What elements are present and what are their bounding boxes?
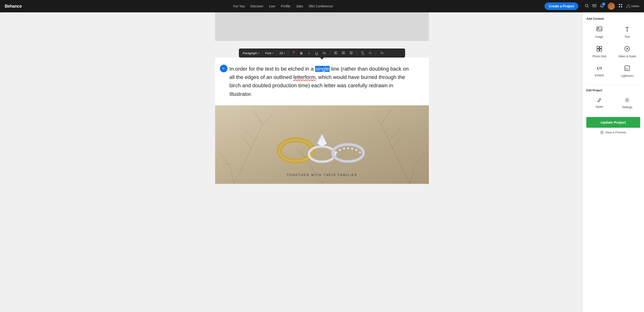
svg-line-24 <box>220 153 230 165</box>
text-content-area: ✏ In order for the text to be etched in … <box>215 58 429 105</box>
sidebar-item-image[interactable]: Image <box>586 24 612 41</box>
unlink-button[interactable] <box>367 51 373 55</box>
top-image-placeholder <box>215 12 429 41</box>
lightroom-icon: Lr <box>624 66 630 72</box>
text-label: Text <box>624 35 630 39</box>
body-text[interactable]: In order for the text to be etched in a … <box>230 65 414 98</box>
svg-rect-5 <box>619 6 620 7</box>
svg-rect-3 <box>619 4 620 5</box>
photo-caption: Together With Their Families <box>286 173 357 177</box>
svg-rect-54 <box>597 27 602 31</box>
adobe-logo: Adobe <box>626 5 639 8</box>
photo-section: Together With Their Families <box>215 105 429 184</box>
align-right-button[interactable] <box>348 51 354 55</box>
svg-point-69 <box>626 99 628 101</box>
gear-icon <box>625 98 630 104</box>
add-content-title: Add Content <box>586 17 640 21</box>
settings-label: Settings <box>622 106 632 109</box>
sidebar: Add Content Image <box>582 12 644 312</box>
photo-grid-label: Photo Grid <box>592 55 606 58</box>
nav-link-live[interactable]: Live <box>269 4 275 8</box>
svg-point-49 <box>343 148 345 149</box>
svg-line-25 <box>222 163 230 165</box>
edit-project-title: Edit Project <box>586 89 640 92</box>
nav-icons: 3 Adobe <box>585 3 639 10</box>
font-size-selector[interactable]: 23 ▾ <box>280 51 285 55</box>
view-preview-link[interactable]: View a Preview <box>586 130 640 134</box>
svg-line-17 <box>234 124 263 184</box>
svg-rect-6 <box>621 6 622 7</box>
link-button[interactable] <box>360 51 366 55</box>
add-content-grid: Image Text <box>586 24 640 80</box>
svg-line-19 <box>263 115 272 124</box>
font-select[interactable]: Font ▾ <box>265 51 274 55</box>
user-avatar[interactable] <box>608 3 615 10</box>
svg-line-23 <box>230 165 234 184</box>
svg-text:Lr: Lr <box>626 67 628 70</box>
sidebar-item-settings[interactable]: Settings <box>614 95 640 111</box>
edit-project-grid: Styles Settings <box>586 95 640 111</box>
highlighted-word: single <box>315 66 330 72</box>
nav-links: For You Discover Live Profile Jobs 99U C… <box>28 4 538 8</box>
nav-link-jobs[interactable]: Jobs <box>296 4 303 8</box>
text-transform-button[interactable]: TA <box>321 51 327 55</box>
svg-point-51 <box>351 148 353 149</box>
svg-rect-59 <box>597 46 599 49</box>
svg-rect-61 <box>597 49 599 51</box>
lightroom-label: Lightroom <box>621 74 634 78</box>
svg-line-27 <box>381 110 391 124</box>
edit-pencil-button[interactable]: ✏ <box>220 65 228 72</box>
text-formatting-toolbar: Paragraph ▾ Font ▾ 23 ▾ T B <box>239 49 405 58</box>
image-icon <box>596 27 602 33</box>
text-before-highlight: In order for the text to be etched in a <box>230 66 315 72</box>
sidebar-item-photo-grid[interactable]: Photo Grid <box>586 44 612 60</box>
sidebar-item-video-audio[interactable]: Video & Audio <box>614 44 640 60</box>
svg-line-31 <box>410 165 414 184</box>
paragraph-select[interactable]: Paragraph ▾ <box>243 51 259 55</box>
create-project-button[interactable]: Create a Project <box>544 2 578 10</box>
sidebar-item-embed[interactable]: Embed <box>586 63 612 80</box>
video-audio-label: Video & Audio <box>618 55 636 58</box>
sidebar-item-text[interactable]: Text <box>614 24 640 41</box>
mail-icon[interactable] <box>592 4 596 9</box>
sidebar-item-styles[interactable]: Styles <box>586 95 612 111</box>
svg-point-50 <box>347 147 349 149</box>
update-project-button[interactable]: Update Project <box>586 117 640 128</box>
svg-point-47 <box>335 151 337 153</box>
underlined-word: letterform <box>293 74 315 80</box>
nav-link-discover[interactable]: Discover <box>250 4 263 8</box>
italic-button[interactable]: I <box>306 51 312 56</box>
align-left-button[interactable] <box>333 51 338 55</box>
main-content: Paragraph ▾ Font ▾ 23 ▾ T B <box>0 12 644 312</box>
nav-link-foryou[interactable]: For You <box>233 4 244 8</box>
notification-badge: 3 <box>602 2 605 6</box>
svg-point-46 <box>333 144 364 162</box>
align-center-button[interactable] <box>340 51 346 55</box>
behance-logo[interactable]: Behance <box>5 4 22 9</box>
photo-grid-icon <box>597 46 602 53</box>
svg-point-48 <box>339 149 341 151</box>
svg-line-20 <box>258 120 263 124</box>
svg-line-22 <box>244 129 256 141</box>
svg-marker-7 <box>626 5 630 8</box>
svg-rect-60 <box>600 46 602 49</box>
nav-link-99u[interactable]: 99U Conference <box>309 4 333 8</box>
embed-label: Embed <box>595 74 604 77</box>
embed-icon <box>597 66 602 72</box>
svg-point-52 <box>356 149 358 151</box>
bold-button[interactable]: B <box>298 51 304 56</box>
svg-line-18 <box>253 110 263 124</box>
text-color-button[interactable]: T <box>291 50 296 56</box>
search-icon[interactable] <box>585 4 589 9</box>
nav-link-profile[interactable]: Profile <box>281 4 290 8</box>
svg-line-68 <box>598 101 598 102</box>
sidebar-item-lightroom[interactable]: Lr Lightroom <box>614 63 640 80</box>
notifications-icon[interactable]: 3 <box>600 4 604 9</box>
svg-point-53 <box>359 151 361 153</box>
apps-grid-icon[interactable] <box>618 4 622 9</box>
svg-rect-4 <box>621 4 622 5</box>
clear-format-button[interactable]: Tx <box>379 51 385 55</box>
main-nav: Behance For You Discover Live Profile Jo… <box>0 0 644 12</box>
svg-line-32 <box>414 153 424 165</box>
underline-button[interactable]: U <box>314 51 320 56</box>
